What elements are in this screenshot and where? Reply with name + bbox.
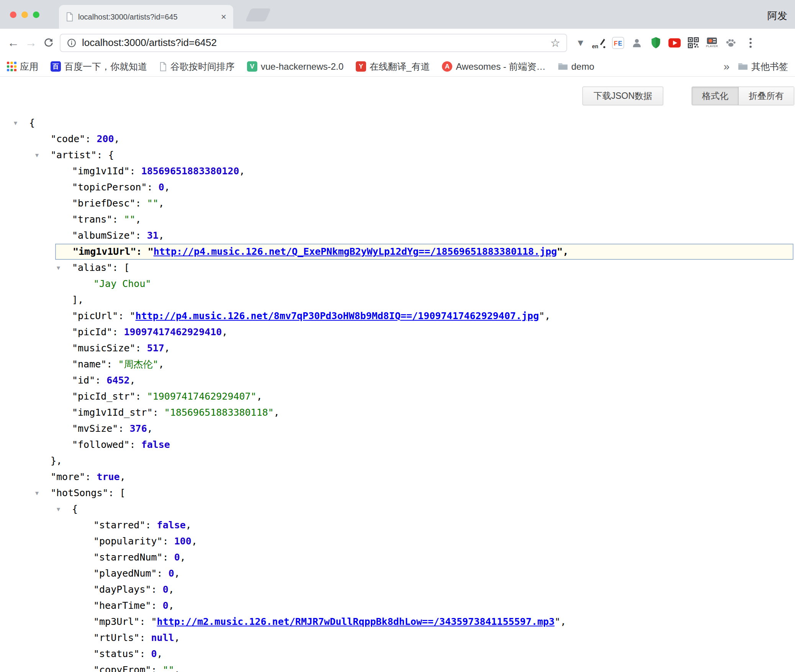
json-punct: ,	[545, 310, 550, 321]
json-punct: :	[139, 632, 151, 643]
json-punct: :	[139, 616, 151, 627]
json-punct: "	[148, 246, 154, 257]
collapse-toggle-icon[interactable]: ▼	[14, 115, 17, 131]
view-mode-segmented-control: 格式化 折叠所有	[692, 87, 794, 105]
json-value-string: "18569651883380118"	[164, 407, 274, 418]
window-close-button[interactable]	[10, 11, 16, 18]
json-url-link[interactable]: http://m2.music.126.net/RMJR7wDullRqppBk…	[157, 616, 555, 627]
bookmark-apps[interactable]: 应用	[7, 61, 38, 73]
bookmark-label: 应用	[20, 61, 38, 73]
json-punct: :	[85, 471, 97, 482]
json-punct: :	[136, 343, 147, 354]
extension-shield-button[interactable]	[648, 34, 664, 52]
bookmarks-overflow-chevron[interactable]: »	[723, 61, 730, 73]
person-icon	[631, 37, 643, 49]
json-punct: ,	[120, 471, 126, 482]
json-value-number: 0	[159, 182, 164, 193]
json-key: "albumSize"	[72, 230, 136, 241]
other-bookmarks-folder[interactable]: 其他书签	[738, 61, 788, 73]
paw-icon	[725, 37, 736, 48]
json-punct: ,	[257, 391, 262, 402]
json-punct: {	[72, 503, 78, 515]
json-value-number: 200	[97, 133, 114, 144]
download-json-button[interactable]: 下载JSON数据	[582, 87, 663, 105]
json-key: "picId"	[72, 326, 112, 338]
json-punct: :	[136, 246, 148, 257]
vimium-icon: ▼	[576, 38, 585, 48]
json-punct: "	[557, 246, 563, 257]
extension-fe-button[interactable]: F E	[610, 34, 626, 52]
json-punct: ,	[168, 584, 174, 595]
json-line-highlighted: "img1v1Url": "http://p4.music.126.net/Q_…	[55, 244, 793, 260]
reload-button[interactable]	[40, 34, 57, 52]
bookmark-awesomes[interactable]: A Awesomes - 前端资…	[442, 61, 545, 73]
json-value-number: null	[151, 632, 174, 643]
window-zoom-button[interactable]	[33, 11, 39, 18]
bookmark-star-icon[interactable]: ☆	[550, 36, 560, 49]
tab-strip: localhost:3000/artists?id=645 × 阿发	[0, 0, 795, 29]
baidu-icon: 百	[51, 61, 61, 72]
json-line: "albumSize": 31,	[0, 228, 795, 244]
json-key: "rtUrls"	[93, 632, 139, 643]
json-url-link[interactable]: http://p4.music.126.net/8mv7qP30Pd3oHW8b…	[136, 310, 539, 321]
json-punct: ,	[159, 230, 164, 241]
json-punct: :	[145, 520, 157, 531]
json-key: "copyFrom"	[93, 664, 151, 672]
json-line: "topicPerson": 0,	[0, 179, 795, 195]
extension-vimium-button[interactable]: ▼	[573, 34, 589, 52]
json-value-string: "周杰伦"	[118, 359, 158, 370]
collapse-toggle-icon[interactable]: ▼	[57, 501, 60, 517]
folder-icon	[738, 62, 748, 70]
back-button[interactable]: ←	[5, 34, 22, 52]
json-value-number: true	[97, 471, 119, 482]
extension-qrcode-button[interactable]	[685, 34, 701, 52]
fe-icon: F E	[612, 37, 624, 49]
bookmark-vue-hackernews[interactable]: V vue-hackernews-2.0	[247, 61, 344, 72]
extension-paw-button[interactable]	[723, 34, 739, 52]
collapse-toggle-icon[interactable]: ▼	[35, 485, 39, 501]
qrcode-icon	[688, 37, 699, 48]
json-url-link[interactable]: http://p4.music.126.net/Q_ExePNkmgB2yWyL…	[154, 246, 557, 257]
json-punct: :	[85, 133, 97, 144]
bookmark-demo-folder[interactable]: demo	[558, 61, 594, 72]
collapse-toggle-icon[interactable]: ▼	[35, 147, 39, 163]
extension-translate-button[interactable]: en	[591, 34, 607, 52]
new-tab-button[interactable]	[245, 8, 271, 21]
extension-player-button[interactable]: PLAYER	[704, 34, 720, 52]
browser-profile-name[interactable]: 阿发	[767, 9, 787, 23]
collapse-toggle-icon[interactable]: ▼	[57, 260, 60, 276]
json-line: "followed": false	[0, 437, 795, 453]
bookmark-baidu[interactable]: 百 百度一下，你就知道	[51, 61, 147, 73]
json-punct: :	[130, 439, 141, 450]
bookmark-label: 百度一下，你就知道	[64, 61, 147, 73]
json-value-number: 376	[130, 423, 147, 434]
tab-close-icon[interactable]: ×	[221, 12, 226, 21]
browser-tab[interactable]: localhost:3000/artists?id=645 ×	[59, 5, 233, 29]
bookmark-youdao-translate[interactable]: Y 在线翻译_有道	[356, 61, 430, 73]
json-value-string: "Jay Chou"	[93, 278, 151, 289]
json-key: "starred"	[93, 520, 145, 531]
json-punct: "	[539, 310, 545, 321]
json-line: },	[0, 453, 795, 469]
json-line: "briefDesc": "",	[0, 195, 795, 211]
json-punct: },	[51, 455, 62, 466]
folder-icon	[558, 62, 568, 70]
json-key: "picId_str"	[72, 391, 136, 402]
extension-account-button[interactable]	[629, 34, 645, 52]
format-button[interactable]: 格式化	[692, 87, 738, 105]
json-punct: :	[112, 326, 124, 338]
page-info-icon[interactable]	[67, 38, 77, 48]
json-key: "musicSize"	[72, 343, 136, 354]
extension-youtube-button[interactable]	[666, 34, 682, 52]
json-punct: :	[136, 198, 147, 209]
collapse-all-button[interactable]: 折叠所有	[738, 87, 794, 105]
bookmark-google-sort[interactable]: 谷歌按时间排序	[159, 61, 235, 73]
json-punct: ,	[174, 568, 180, 579]
json-punct: ,	[174, 632, 180, 643]
page-favicon-icon	[66, 12, 74, 21]
url-text[interactable]: localhost:3000/artists?id=6452	[82, 37, 550, 49]
window-minimize-button[interactable]	[21, 11, 28, 18]
url-bar[interactable]: localhost:3000/artists?id=6452 ☆	[60, 34, 567, 52]
json-key: "trans"	[72, 214, 112, 225]
browser-menu-button[interactable]	[742, 34, 759, 52]
